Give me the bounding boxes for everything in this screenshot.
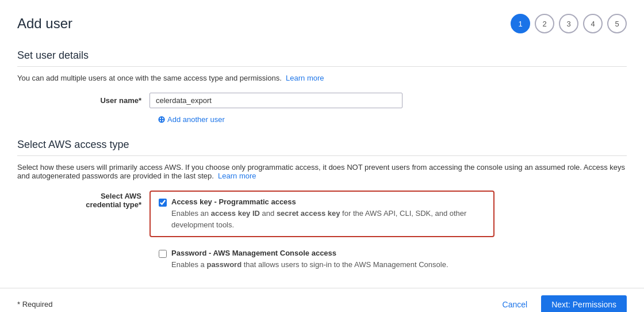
console-access-desc: Enables a password that allows users to … [171,259,448,271]
footer-buttons: Cancel Next: Permissions [496,295,627,313]
console-access-option[interactable]: Password - AWS Management Console access… [150,243,494,276]
programmatic-access-desc: Enables an access key ID and secret acce… [171,208,485,230]
programmatic-access-option[interactable]: Access key - Programmatic access Enables… [150,191,494,237]
programmatic-access-text: Access key - Programmatic access Enables… [171,197,485,230]
set-user-details-description: You can add multiple users at once with … [17,74,627,82]
learn-more-link-1[interactable]: Learn more [286,74,324,82]
step-2[interactable]: 2 [535,14,554,33]
required-note: * Required [17,300,52,309]
section-divider-2 [17,155,627,156]
aws-access-type-title: Select AWS access type [17,139,627,151]
aws-access-type-section: Select AWS access type Select how these … [17,139,627,276]
cancel-button[interactable]: Cancel [496,296,535,313]
set-user-details-section: Set user details You can add multiple us… [17,50,627,125]
add-another-user-link[interactable]: ⊕ Add another user [17,114,627,125]
next-permissions-button[interactable]: Next: Permissions [541,295,627,313]
step-3[interactable]: 3 [559,14,578,33]
step-4[interactable]: 4 [583,14,603,33]
page-title: Add user [17,16,72,32]
console-access-checkbox[interactable] [159,250,167,258]
user-name-input[interactable] [150,93,402,108]
section-divider-1 [17,66,627,67]
step-5[interactable]: 5 [607,14,627,33]
set-user-details-title: Set user details [17,50,627,62]
user-name-row: User name* [17,93,627,108]
user-name-label: User name* [75,96,150,105]
main-content: Add user 1 2 3 4 5 Set u [0,0,644,288]
credential-options: Access key - Programmatic access Enables… [150,191,494,276]
credential-row: Select AWS credential type* Access key -… [17,191,627,276]
step-indicators: 1 2 3 4 5 [511,14,627,33]
step-1[interactable]: 1 [511,14,530,33]
learn-more-link-2[interactable]: Learn more [218,172,256,180]
console-access-text: Password - AWS Management Console access… [171,249,448,271]
page-container: Add user 1 2 3 4 5 Set u [0,0,644,312]
programmatic-access-checkbox[interactable] [159,199,167,207]
aws-access-type-description: Select how these users will primarily ac… [17,163,627,180]
page-footer: * Required Cancel Next: Permissions [0,288,644,313]
page-header: Add user 1 2 3 4 5 [17,14,627,33]
credential-type-label: Select AWS credential type* [75,191,150,209]
plus-icon: ⊕ [158,114,165,125]
programmatic-access-title: Access key - Programmatic access [171,197,485,206]
console-access-title: Password - AWS Management Console access [171,249,448,257]
